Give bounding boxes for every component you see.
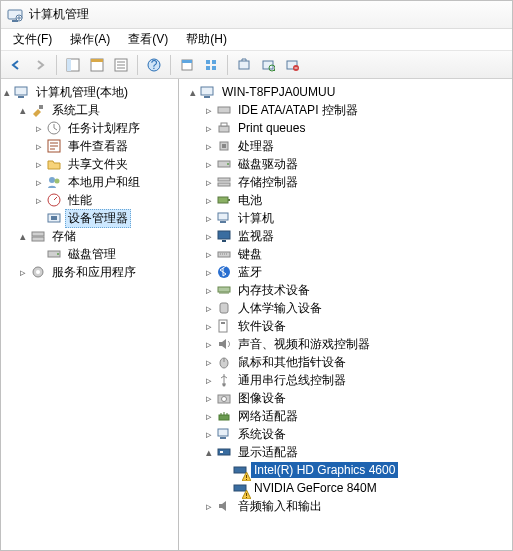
refresh-button[interactable] <box>233 54 255 76</box>
cat-imaging[interactable]: ▹图像设备 <box>187 389 512 407</box>
cat-usb[interactable]: ▹通用串行总线控制器 <box>187 371 512 389</box>
cat-monitors[interactable]: ▹监视器 <box>187 227 512 245</box>
device-root[interactable]: ▴ WIN-T8FPJA0UMUU <box>187 83 512 101</box>
expand-icon[interactable]: ▹ <box>203 410 215 423</box>
dev-intel-hd[interactable]: Intel(R) HD Graphics 4600 <box>187 461 512 479</box>
computer-mgmt-icon <box>14 84 30 100</box>
tree-label: 存储控制器 <box>235 173 301 192</box>
expand-icon[interactable]: ▹ <box>203 356 215 369</box>
help-button[interactable]: ? <box>143 54 165 76</box>
cat-software-devices[interactable]: ▹软件设备 <box>187 317 512 335</box>
svg-rect-65 <box>218 429 228 436</box>
menu-file[interactable]: 文件(F) <box>5 29 60 50</box>
expand-icon[interactable]: ▹ <box>203 266 215 279</box>
ide-icon <box>216 102 232 118</box>
dev-nvidia[interactable]: NVIDIA GeForce 840M <box>187 479 512 497</box>
expand-icon[interactable]: ▹ <box>17 266 29 279</box>
expand-icon[interactable]: ▹ <box>203 176 215 189</box>
tree-services-apps[interactable]: ▹ 服务和应用程序 <box>1 263 178 281</box>
expand-icon[interactable]: ▹ <box>203 212 215 225</box>
svg-point-34 <box>57 253 59 255</box>
cat-audio-io[interactable]: ▹音频输入和输出 <box>187 497 512 515</box>
collapse-icon[interactable]: ▴ <box>17 104 29 117</box>
expand-icon[interactable]: ▹ <box>203 284 215 297</box>
tree-shared-folders[interactable]: ▹ 共享文件夹 <box>1 155 178 173</box>
cat-mice[interactable]: ▹鼠标和其他指针设备 <box>187 353 512 371</box>
collapse-icon[interactable]: ▴ <box>17 230 29 243</box>
tree-task-scheduler[interactable]: ▹ 任务计划程序 <box>1 119 178 137</box>
expand-icon[interactable]: ▹ <box>203 428 215 441</box>
expand-icon[interactable]: ▹ <box>203 122 215 135</box>
menu-action[interactable]: 操作(A) <box>62 29 118 50</box>
uninstall-button[interactable] <box>281 54 303 76</box>
tree-local-users[interactable]: ▹ 本地用户和组 <box>1 173 178 191</box>
cat-system-devices[interactable]: ▹系统设备 <box>187 425 512 443</box>
cat-storage-controllers[interactable]: ▹存储控制器 <box>187 173 512 191</box>
view-icons-button[interactable] <box>200 54 222 76</box>
collapse-icon[interactable]: ▴ <box>187 86 199 99</box>
cat-processors[interactable]: ▹处理器 <box>187 137 512 155</box>
tree-device-manager[interactable]: 设备管理器 <box>1 209 178 227</box>
tree-root-computer-mgmt[interactable]: ▴ 计算机管理(本地) <box>1 83 178 101</box>
tree-system-tools[interactable]: ▴ 系统工具 <box>1 101 178 119</box>
menu-bar: 文件(F) 操作(A) 查看(V) 帮助(H) <box>1 29 512 51</box>
cat-ide[interactable]: ▹IDE ATA/ATAPI 控制器 <box>187 101 512 119</box>
expand-icon[interactable]: ▹ <box>203 320 215 333</box>
cat-memory-tech[interactable]: ▹内存技术设备 <box>187 281 512 299</box>
left-tree[interactable]: ▴ 计算机管理(本地) ▴ 系统工具 ▹ 任务计划程序 ▹ 事件查看器 ▹ 共享… <box>1 79 179 551</box>
export-list-button[interactable] <box>110 54 132 76</box>
tree-performance[interactable]: ▹ 性能 <box>1 191 178 209</box>
expand-icon[interactable]: ▹ <box>33 194 45 207</box>
expand-icon[interactable]: ▹ <box>33 140 45 153</box>
svg-rect-13 <box>212 60 216 64</box>
svg-rect-56 <box>218 287 230 292</box>
menu-view[interactable]: 查看(V) <box>120 29 176 50</box>
menu-help[interactable]: 帮助(H) <box>178 29 235 50</box>
tree-storage[interactable]: ▴ 存储 <box>1 227 178 245</box>
hammer-icon <box>30 102 46 118</box>
collapse-icon[interactable]: ▴ <box>1 86 13 99</box>
expand-icon[interactable]: ▹ <box>203 248 215 261</box>
forward-button[interactable] <box>29 54 51 76</box>
expand-icon[interactable]: ▹ <box>203 392 215 405</box>
cat-print-queues[interactable]: ▹Print queues <box>187 119 512 137</box>
cat-display-adapters[interactable]: ▴显示适配器 <box>187 443 512 461</box>
cat-batteries[interactable]: ▹电池 <box>187 191 512 209</box>
expand-icon[interactable]: ▹ <box>203 500 215 513</box>
expand-icon[interactable]: ▹ <box>33 158 45 171</box>
expand-icon[interactable]: ▹ <box>33 122 45 135</box>
svg-rect-48 <box>218 197 228 203</box>
cat-hid[interactable]: ▹人体学输入设备 <box>187 299 512 317</box>
tree-event-viewer[interactable]: ▹ 事件查看器 <box>1 137 178 155</box>
view-detail-button[interactable] <box>176 54 198 76</box>
show-hide-tree-button[interactable] <box>62 54 84 76</box>
back-button[interactable] <box>5 54 27 76</box>
expand-icon[interactable]: ▹ <box>203 302 215 315</box>
svg-rect-46 <box>218 178 230 181</box>
svg-rect-41 <box>221 123 227 126</box>
cat-network[interactable]: ▹网络适配器 <box>187 407 512 425</box>
cat-sound-video-game[interactable]: ▹声音、视频和游戏控制器 <box>187 335 512 353</box>
storage-icon <box>30 228 46 244</box>
cat-disk-drives[interactable]: ▹磁盘驱动器 <box>187 155 512 173</box>
cat-keyboards[interactable]: ▹键盘 <box>187 245 512 263</box>
expand-icon[interactable]: ▹ <box>203 374 215 387</box>
device-tree[interactable]: ▴ WIN-T8FPJA0UMUU ▹IDE ATA/ATAPI 控制器 ▹Pr… <box>179 79 512 551</box>
expand-icon[interactable]: ▹ <box>203 230 215 243</box>
svg-rect-22 <box>18 96 24 98</box>
cat-computer[interactable]: ▹计算机 <box>187 209 512 227</box>
properties-button[interactable] <box>86 54 108 76</box>
expand-icon[interactable]: ▹ <box>203 140 215 153</box>
expand-icon[interactable]: ▹ <box>203 104 215 117</box>
tree-label: 共享文件夹 <box>65 155 131 174</box>
tree-disk-management[interactable]: 磁盘管理 <box>1 245 178 263</box>
cat-bluetooth[interactable]: ▹蓝牙 <box>187 263 512 281</box>
tree-label: 网络适配器 <box>235 407 301 426</box>
expand-icon[interactable]: ▹ <box>33 176 45 189</box>
expand-icon[interactable]: ▹ <box>203 338 215 351</box>
expand-icon[interactable]: ▹ <box>203 158 215 171</box>
collapse-icon[interactable]: ▴ <box>203 446 215 459</box>
scan-button[interactable] <box>257 54 279 76</box>
svg-rect-30 <box>51 216 57 220</box>
expand-icon[interactable]: ▹ <box>203 194 215 207</box>
